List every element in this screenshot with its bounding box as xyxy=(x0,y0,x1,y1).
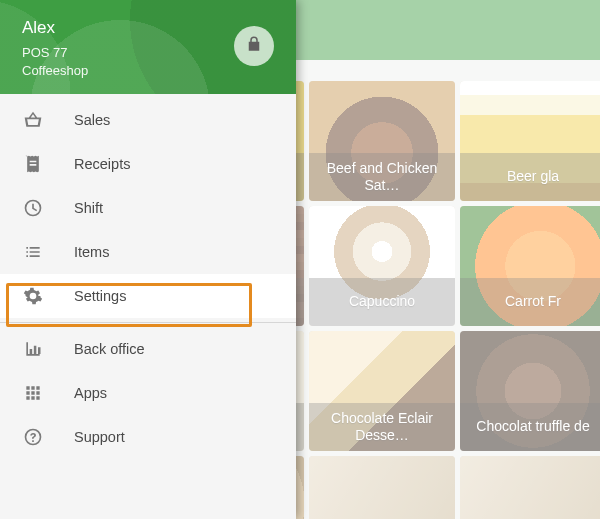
nav-item-support[interactable]: Support xyxy=(0,415,296,459)
nav-item-label: Back office xyxy=(74,341,145,357)
nav-item-label: Sales xyxy=(74,112,110,128)
chart-icon xyxy=(22,339,44,359)
drawer-header: Alex POS 77 Coffeeshop xyxy=(0,0,296,94)
nav-item-label: Shift xyxy=(74,200,103,216)
nav-list: Sales Receipts Shift Items xyxy=(0,94,296,459)
apps-icon xyxy=(22,383,44,403)
nav-item-items[interactable]: Items xyxy=(0,230,296,274)
clock-icon xyxy=(22,198,44,218)
nav-item-label: Items xyxy=(74,244,109,260)
nav-item-label: Apps xyxy=(74,385,107,401)
navigation-drawer: Alex POS 77 Coffeeshop Sales xyxy=(0,0,296,519)
nav-item-back-office[interactable]: Back office xyxy=(0,327,296,371)
list-icon xyxy=(22,242,44,262)
receipt-icon xyxy=(22,154,44,174)
shop-name: Coffeeshop xyxy=(22,62,278,80)
nav-item-label: Receipts xyxy=(74,156,130,172)
nav-item-apps[interactable]: Apps xyxy=(0,371,296,415)
help-icon xyxy=(22,427,44,447)
nav-item-sales[interactable]: Sales xyxy=(0,98,296,142)
basket-icon xyxy=(22,110,44,130)
nav-item-label: Support xyxy=(74,429,125,445)
nav-item-shift[interactable]: Shift xyxy=(0,186,296,230)
nav-item-receipts[interactable]: Receipts xyxy=(0,142,296,186)
lock-button[interactable] xyxy=(234,26,274,66)
gear-icon xyxy=(22,286,44,306)
nav-item-label: Settings xyxy=(74,288,126,304)
lock-icon xyxy=(245,35,263,57)
app-root: Banana Beef and Chicken Sat… Beer gla Ca… xyxy=(0,0,600,519)
nav-item-settings[interactable]: Settings xyxy=(0,274,296,318)
nav-divider xyxy=(0,322,296,323)
